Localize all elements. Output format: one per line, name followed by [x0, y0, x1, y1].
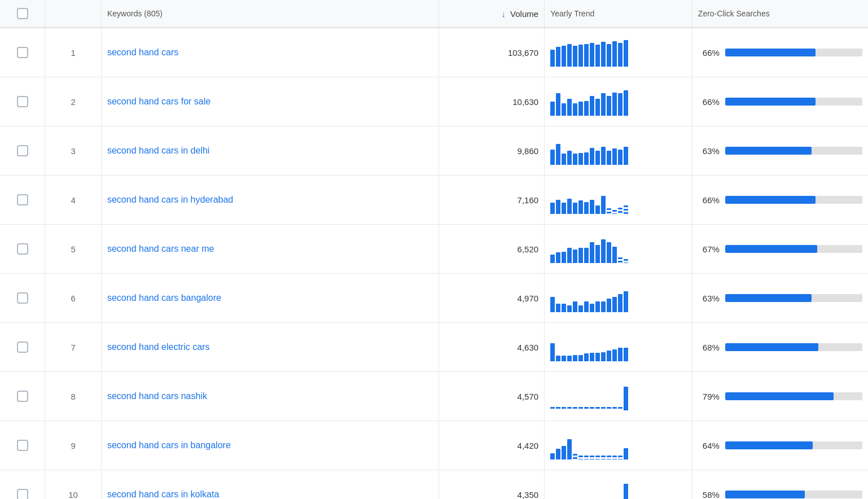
row-checkbox[interactable] — [17, 292, 28, 304]
table-row: 7second hand electric cars4,63068% — [0, 323, 868, 372]
zero-click-bar-fill — [725, 98, 816, 106]
keyword-link[interactable]: second hand cars bangalore — [107, 293, 221, 303]
row-zero-click: 66% — [692, 176, 868, 225]
trend-bar — [556, 93, 560, 116]
zero-click-percent: 66% — [698, 48, 720, 58]
row-keyword-cell: second hand electric cars — [101, 323, 439, 372]
zero-click-percent: 63% — [698, 294, 720, 303]
trend-bar — [618, 93, 622, 116]
trend-chart — [550, 235, 686, 263]
trend-bar — [578, 45, 583, 67]
row-number: 3 — [45, 126, 102, 176]
trend-bar — [556, 407, 560, 410]
row-checkbox[interactable] — [17, 342, 28, 353]
trend-bar — [578, 456, 583, 460]
row-checkbox-cell — [0, 225, 45, 274]
trend-bar — [601, 42, 606, 67]
trend-bar — [607, 151, 611, 165]
row-checkbox[interactable] — [17, 489, 28, 499]
trend-bar — [578, 248, 583, 264]
row-checkbox[interactable] — [17, 194, 28, 205]
trend-bar — [562, 154, 566, 165]
trend-bar — [601, 407, 606, 410]
select-all-checkbox[interactable] — [17, 8, 28, 19]
keyword-link[interactable]: second hand cars in hyderabad — [107, 195, 233, 204]
trend-bar — [612, 349, 617, 361]
keyword-link[interactable]: second hand cars in delhi — [107, 146, 209, 155]
trend-bar — [624, 387, 628, 411]
trend-chart — [550, 284, 686, 312]
zero-click-bar-fill — [725, 294, 812, 302]
row-checkbox-cell — [0, 274, 45, 323]
zero-click-container: 79% — [698, 392, 862, 401]
zero-click-container: 66% — [698, 195, 862, 205]
trend-bar — [584, 101, 589, 116]
row-yearly-trend — [545, 77, 692, 126]
table-row: 10second hand cars in kolkata4,35058% — [0, 470, 868, 500]
keyword-link[interactable]: second hand electric cars — [107, 342, 209, 352]
trend-bar — [601, 301, 606, 312]
main-table-container: Keywords (805) ↓ Volume Yearly Trend Zer… — [0, 0, 868, 499]
keyword-link[interactable]: second hand cars in kolkata — [107, 489, 219, 499]
row-checkbox[interactable] — [17, 243, 28, 255]
row-checkbox[interactable] — [17, 391, 28, 402]
keyword-link[interactable]: second hand cars nashik — [107, 391, 207, 401]
keyword-link[interactable]: second hand cars — [107, 47, 178, 57]
zero-click-container: 58% — [698, 490, 862, 500]
trend-bar — [590, 304, 594, 312]
trend-bar — [567, 356, 572, 361]
trend-bar — [624, 291, 628, 313]
row-number: 1 — [45, 28, 102, 77]
trend-bar — [556, 449, 560, 459]
keyword-link[interactable]: second hand cars for sale — [107, 97, 211, 106]
trend-chart — [550, 186, 686, 214]
trend-bar — [567, 305, 572, 313]
trend-bar — [618, 294, 622, 313]
trend-bar — [618, 257, 622, 263]
trend-chart — [550, 382, 686, 410]
zero-click-bar-fill — [725, 245, 817, 253]
row-checkbox[interactable] — [17, 440, 28, 451]
row-checkbox[interactable] — [17, 145, 28, 156]
trend-bar — [601, 456, 606, 460]
trend-bar — [567, 407, 572, 410]
trend-bar — [612, 148, 617, 165]
trend-bar — [607, 407, 611, 410]
row-number: 5 — [45, 225, 102, 274]
trend-bar — [618, 456, 622, 460]
table-row: 9second hand cars in bangalore4,42064% — [0, 421, 868, 470]
trend-bar — [595, 353, 600, 361]
trend-bar — [550, 297, 555, 313]
row-zero-click: 79% — [692, 372, 868, 421]
trend-bar — [595, 456, 600, 460]
trend-bar — [624, 484, 628, 499]
zero-click-container: 67% — [698, 244, 862, 254]
trend-bar — [567, 44, 572, 67]
header-volume[interactable]: ↓ Volume — [439, 0, 545, 28]
trend-bar — [573, 407, 577, 410]
row-keyword-cell: second hand cars in hyderabad — [101, 176, 439, 225]
zero-click-container: 63% — [698, 146, 862, 156]
zero-click-percent: 58% — [698, 490, 720, 500]
trend-bar — [556, 144, 560, 165]
trend-bar — [618, 348, 622, 361]
trend-bar — [601, 352, 606, 361]
trend-bar — [612, 407, 617, 410]
keyword-link[interactable]: second hand cars near me — [107, 244, 214, 253]
zero-click-bar-background — [725, 147, 862, 155]
trend-bar — [607, 456, 611, 460]
row-checkbox[interactable] — [17, 47, 28, 58]
trend-bar — [584, 152, 589, 165]
row-volume: 4,630 — [439, 323, 545, 372]
row-number: 7 — [45, 323, 102, 372]
zero-click-bar-fill — [725, 343, 818, 351]
row-keyword-cell: second hand cars for sale — [101, 77, 439, 126]
keyword-link[interactable]: second hand cars in bangalore — [107, 440, 231, 450]
trend-bar — [578, 153, 583, 165]
trend-bar — [556, 252, 560, 263]
row-checkbox[interactable] — [17, 96, 28, 107]
row-zero-click: 63% — [692, 126, 868, 176]
row-checkbox-cell — [0, 372, 45, 421]
row-zero-click: 58% — [692, 470, 868, 500]
trend-bar — [584, 301, 589, 312]
